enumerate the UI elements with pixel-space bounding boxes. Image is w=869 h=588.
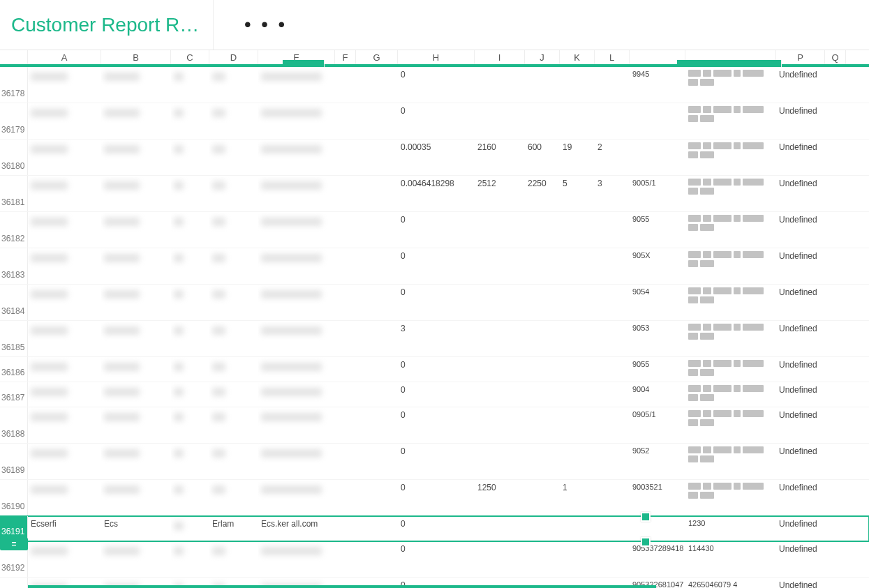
cell-G[interactable] bbox=[356, 407, 398, 443]
cell-M[interactable]: 905X bbox=[630, 248, 685, 284]
cell-J[interactable] bbox=[525, 516, 560, 541]
cell-B[interactable] bbox=[101, 140, 171, 175]
cell-K[interactable] bbox=[560, 407, 595, 443]
cell-I[interactable]: 2160 bbox=[475, 140, 525, 175]
col-J[interactable]: J bbox=[525, 50, 560, 64]
col-L[interactable]: L bbox=[595, 50, 630, 64]
cell-I[interactable] bbox=[475, 67, 525, 103]
cell-G[interactable] bbox=[356, 176, 398, 211]
cell-Q[interactable] bbox=[825, 480, 846, 515]
cell-E[interactable] bbox=[258, 67, 335, 103]
col-A[interactable]: A bbox=[28, 50, 101, 64]
cell-B[interactable] bbox=[101, 248, 171, 284]
cell-H[interactable]: 0 bbox=[398, 516, 475, 541]
table-row[interactable]: 36187=09004Undefined bbox=[0, 382, 869, 407]
cell-C[interactable] bbox=[171, 480, 209, 515]
cell-E[interactable] bbox=[258, 480, 335, 515]
cell-E[interactable] bbox=[258, 285, 335, 320]
cell-I[interactable] bbox=[475, 407, 525, 443]
cell-A[interactable] bbox=[28, 140, 101, 175]
cell-H[interactable]: 0 bbox=[398, 212, 475, 248]
cell-F[interactable] bbox=[335, 516, 356, 541]
cell-I[interactable] bbox=[475, 285, 525, 320]
cell-F[interactable] bbox=[335, 212, 356, 248]
cell-B[interactable] bbox=[101, 444, 171, 479]
cell-P[interactable]: Undefined bbox=[776, 578, 825, 588]
cell-I[interactable] bbox=[475, 321, 525, 356]
cell-K[interactable]: 5 bbox=[560, 176, 595, 211]
cell-J[interactable] bbox=[525, 357, 560, 382]
cell-B[interactable] bbox=[101, 212, 171, 248]
cell-P[interactable]: Undefined bbox=[776, 516, 825, 541]
cell-M[interactable]: 9053 bbox=[630, 321, 685, 356]
cell-L[interactable] bbox=[595, 321, 630, 356]
cell-A[interactable] bbox=[28, 176, 101, 211]
cell-L[interactable] bbox=[595, 285, 630, 320]
cell-K[interactable] bbox=[560, 444, 595, 479]
cell-M[interactable]: 9004 bbox=[630, 382, 685, 407]
cell-J[interactable] bbox=[525, 248, 560, 284]
cell-K[interactable] bbox=[560, 285, 595, 320]
tab-customer-report[interactable]: Customer Report R… bbox=[7, 0, 214, 50]
cell-D[interactable] bbox=[209, 407, 258, 443]
cell-K[interactable] bbox=[560, 212, 595, 248]
cell-K[interactable] bbox=[560, 357, 595, 382]
cell-K[interactable] bbox=[560, 103, 595, 139]
col-P[interactable]: P bbox=[776, 50, 825, 64]
cell-D[interactable] bbox=[209, 67, 258, 103]
table-row[interactable]: 36186=09055Undefined bbox=[0, 357, 869, 382]
cell-Q[interactable] bbox=[825, 382, 846, 407]
cell-N[interactable] bbox=[685, 444, 776, 479]
col-H[interactable]: H bbox=[398, 50, 475, 64]
cell-P[interactable]: Undefined bbox=[776, 103, 825, 139]
cell-D[interactable] bbox=[209, 357, 258, 382]
row-number[interactable]: 36187= bbox=[0, 382, 28, 407]
cell-B[interactable] bbox=[101, 480, 171, 515]
cell-G[interactable] bbox=[356, 541, 398, 577]
cell-H[interactable]: 0 bbox=[398, 357, 475, 382]
cell-H[interactable]: 0 bbox=[398, 407, 475, 443]
cell-G[interactable] bbox=[356, 357, 398, 382]
cell-A[interactable] bbox=[28, 67, 101, 103]
cell-J[interactable] bbox=[525, 541, 560, 577]
cell-B[interactable]: Ecs bbox=[101, 516, 171, 541]
cell-D[interactable] bbox=[209, 103, 258, 139]
cell-E[interactable] bbox=[258, 140, 335, 175]
cell-J[interactable] bbox=[525, 480, 560, 515]
cell-C[interactable] bbox=[171, 357, 209, 382]
cell-F[interactable] bbox=[335, 285, 356, 320]
cell-C[interactable] bbox=[171, 212, 209, 248]
cell-B[interactable] bbox=[101, 285, 171, 320]
table-row[interactable]: 36179=0Undefined bbox=[0, 103, 869, 140]
cell-N[interactable] bbox=[685, 248, 776, 284]
cell-Q[interactable] bbox=[825, 67, 846, 103]
cell-A[interactable]: Ecserfi bbox=[28, 516, 101, 541]
cell-D[interactable] bbox=[209, 382, 258, 407]
cell-F[interactable] bbox=[335, 103, 356, 139]
cell-E[interactable] bbox=[258, 357, 335, 382]
cell-J[interactable] bbox=[525, 444, 560, 479]
cell-I[interactable] bbox=[475, 248, 525, 284]
cell-H[interactable]: 3 bbox=[398, 321, 475, 356]
cell-H[interactable]: 0 bbox=[398, 285, 475, 320]
cell-B[interactable] bbox=[101, 382, 171, 407]
cell-M[interactable]: 9052 bbox=[630, 444, 685, 479]
cell-E[interactable] bbox=[258, 407, 335, 443]
cell-N[interactable] bbox=[685, 285, 776, 320]
cell-A[interactable] bbox=[28, 480, 101, 515]
cell-Q[interactable] bbox=[825, 248, 846, 284]
cell-C[interactable] bbox=[171, 67, 209, 103]
cell-P[interactable]: Undefined bbox=[776, 541, 825, 577]
cell-D[interactable] bbox=[209, 480, 258, 515]
cell-D[interactable] bbox=[209, 212, 258, 248]
row-number[interactable]: 36181= bbox=[0, 176, 28, 211]
cell-I[interactable] bbox=[475, 212, 525, 248]
cell-E[interactable] bbox=[258, 176, 335, 211]
cell-B[interactable] bbox=[101, 541, 171, 577]
cell-H[interactable]: 0 bbox=[398, 480, 475, 515]
table-row[interactable]: 36183=0905XUndefined bbox=[0, 248, 869, 285]
cell-Q[interactable] bbox=[825, 357, 846, 382]
cell-Q[interactable] bbox=[825, 578, 846, 588]
cell-C[interactable] bbox=[171, 140, 209, 175]
cell-P[interactable]: Undefined bbox=[776, 67, 825, 103]
